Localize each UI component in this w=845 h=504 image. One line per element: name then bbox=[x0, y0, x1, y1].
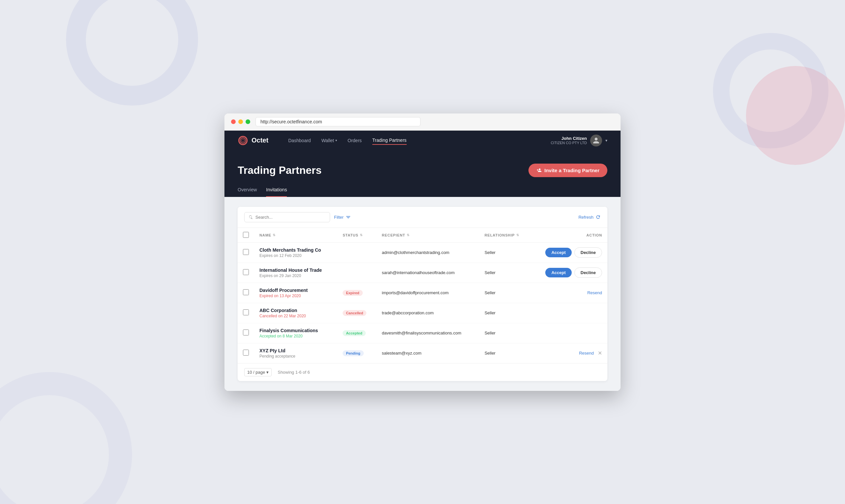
table-row: Cloth Merchants Trading Co Expires on 12… bbox=[237, 242, 608, 263]
user-menu[interactable]: John Citizen CITIZEN CO PTY LTD ▾ bbox=[550, 134, 608, 146]
close-window-button[interactable] bbox=[231, 120, 236, 124]
filter-button[interactable]: Filter bbox=[334, 214, 351, 220]
action-cell: Accept Decline bbox=[536, 268, 602, 278]
partner-name: XYZ Pty Ltd bbox=[260, 348, 332, 353]
accept-button[interactable]: Accept bbox=[545, 248, 571, 257]
col-header-relationship[interactable]: RELATIONSHIP ⇅ bbox=[485, 233, 519, 237]
decline-button[interactable]: Decline bbox=[574, 268, 602, 278]
partner-date: Expired on 13 Apr 2020 bbox=[260, 293, 332, 298]
user-avatar bbox=[590, 134, 602, 146]
refresh-button[interactable]: Refresh bbox=[578, 214, 601, 220]
recipient-email: salesteam@xyz.com bbox=[376, 343, 479, 363]
invitations-table-card: Filter Refresh bbox=[237, 207, 608, 381]
minimize-window-button[interactable] bbox=[238, 120, 243, 124]
action-cell: Accept Decline bbox=[536, 247, 602, 258]
col-header-status[interactable]: STATUS ⇅ bbox=[342, 233, 363, 237]
resend-button[interactable]: Resend bbox=[587, 290, 602, 295]
relationship-type: Seller bbox=[479, 323, 531, 343]
table-row: Davidoff Procurement Expired on 13 Apr 2… bbox=[237, 283, 608, 303]
relationship-type: Seller bbox=[479, 303, 531, 323]
status-sort-icon: ⇅ bbox=[360, 233, 363, 237]
page-tabs: Overview Invitations bbox=[237, 187, 608, 197]
row-checkbox-3[interactable] bbox=[243, 289, 249, 295]
page-hero-top: Trading Partners Invite a Trading Partne… bbox=[237, 164, 608, 177]
user-menu-chevron-icon: ▾ bbox=[605, 138, 608, 143]
search-icon bbox=[249, 215, 253, 219]
search-input[interactable] bbox=[256, 215, 326, 220]
per-page-chevron-icon: ▾ bbox=[266, 370, 269, 375]
bg-decor-circle-1 bbox=[66, 0, 198, 106]
bg-decor-circle-3 bbox=[746, 66, 845, 165]
user-org: CITIZEN CO PTY LTD bbox=[550, 141, 587, 145]
table-row: International House of Trade Expires on … bbox=[237, 263, 608, 283]
recipient-email: trade@abccorporation.com bbox=[376, 303, 479, 323]
action-cell: Resend ✕ bbox=[536, 350, 602, 356]
recipient-sort-icon: ⇅ bbox=[407, 233, 410, 237]
recipient-email: sarah@internationalhouseoftrade.com bbox=[376, 263, 479, 283]
relationship-type: Seller bbox=[479, 263, 531, 283]
partner-date: Pending acceptance bbox=[260, 354, 332, 359]
partner-name: Cloth Merchants Trading Co bbox=[260, 247, 332, 253]
col-header-recipient[interactable]: RECEPIENT ⇅ bbox=[382, 233, 410, 237]
pagination-info: Showing 1-6 of 6 bbox=[278, 370, 310, 375]
tab-invitations[interactable]: Invitations bbox=[266, 187, 287, 197]
page-content: Filter Refresh bbox=[225, 197, 620, 391]
filter-icon bbox=[346, 214, 351, 220]
maximize-window-button[interactable] bbox=[246, 120, 250, 124]
browser-chrome: http://secure.octetfinance.com bbox=[225, 113, 620, 131]
table-row: XYZ Pty Ltd Pending acceptance Pendingsa… bbox=[237, 343, 608, 363]
app-navbar: Octet Dashboard Wallet ▾ Orders Trading … bbox=[225, 131, 620, 150]
table-row: ABC Corporation Cancelled on 22 Mar 2020… bbox=[237, 303, 608, 323]
status-badge: Cancelled bbox=[342, 310, 366, 316]
action-cell: Resend bbox=[536, 290, 602, 295]
tab-overview[interactable]: Overview bbox=[237, 187, 257, 197]
resend-button[interactable]: Resend bbox=[579, 350, 594, 356]
partner-name: Davidoff Procurement bbox=[260, 288, 332, 293]
row-checkbox-1[interactable] bbox=[243, 249, 249, 255]
browser-address-bar[interactable]: http://secure.octetfinance.com bbox=[256, 117, 421, 126]
accept-button[interactable]: Accept bbox=[545, 268, 571, 277]
logo-text: Octet bbox=[251, 137, 268, 144]
row-checkbox-5[interactable] bbox=[243, 329, 249, 336]
partner-date: Expires on 29 Jan 2020 bbox=[260, 273, 332, 278]
status-badge: Accepted bbox=[342, 330, 366, 336]
recipient-email: imports@davidoffprocurement.com bbox=[376, 283, 479, 303]
partner-name: International House of Trade bbox=[260, 268, 332, 273]
col-header-action: ACTION bbox=[531, 228, 608, 243]
status-badge: Expired bbox=[342, 290, 363, 296]
logo[interactable]: Octet bbox=[237, 135, 268, 146]
nav-link-orders[interactable]: Orders bbox=[348, 137, 362, 144]
nav-link-dashboard[interactable]: Dashboard bbox=[288, 137, 311, 144]
close-button[interactable]: ✕ bbox=[598, 350, 602, 356]
row-checkbox-4[interactable] bbox=[243, 309, 249, 315]
browser-window: http://secure.octetfinance.com Octet Das… bbox=[225, 113, 620, 391]
relationship-type: Seller bbox=[479, 242, 531, 263]
row-checkbox-6[interactable] bbox=[243, 349, 249, 356]
nav-link-wallet[interactable]: Wallet ▾ bbox=[321, 137, 337, 144]
partner-date: Expires on 12 Feb 2020 bbox=[260, 253, 332, 258]
nav-link-trading-partners[interactable]: Trading Partners bbox=[372, 136, 407, 145]
partner-name: ABC Corporation bbox=[260, 308, 332, 313]
relationship-sort-icon: ⇅ bbox=[516, 233, 519, 237]
nav-links: Dashboard Wallet ▾ Orders Trading Partne… bbox=[288, 136, 538, 145]
col-header-name[interactable]: NAME ⇅ bbox=[260, 233, 276, 237]
bg-decor-circle-4 bbox=[0, 372, 132, 504]
page-title: Trading Partners bbox=[237, 164, 321, 177]
status-badge: Pending bbox=[342, 350, 364, 356]
recipient-email: davesmith@finalisyscommunications.com bbox=[376, 323, 479, 343]
add-person-icon bbox=[536, 167, 542, 173]
decline-button[interactable]: Decline bbox=[574, 247, 602, 258]
table-footer: 10 / page ▾ Showing 1-6 of 6 bbox=[237, 363, 608, 381]
invite-trading-partner-button[interactable]: Invite a Trading Partner bbox=[528, 164, 608, 177]
table-toolbar: Filter Refresh bbox=[237, 207, 608, 228]
search-box[interactable] bbox=[244, 212, 330, 222]
select-all-checkbox[interactable] bbox=[243, 232, 249, 238]
browser-traffic-lights bbox=[231, 120, 250, 124]
name-sort-icon: ⇅ bbox=[272, 233, 276, 237]
relationship-type: Seller bbox=[479, 283, 531, 303]
logo-icon bbox=[237, 135, 248, 146]
row-checkbox-2[interactable] bbox=[243, 269, 249, 275]
page-hero: Trading Partners Invite a Trading Partne… bbox=[225, 150, 620, 197]
per-page-selector[interactable]: 10 / page ▾ bbox=[244, 368, 272, 376]
recipient-email: admin@clothmerchantstrading.com bbox=[376, 242, 479, 263]
